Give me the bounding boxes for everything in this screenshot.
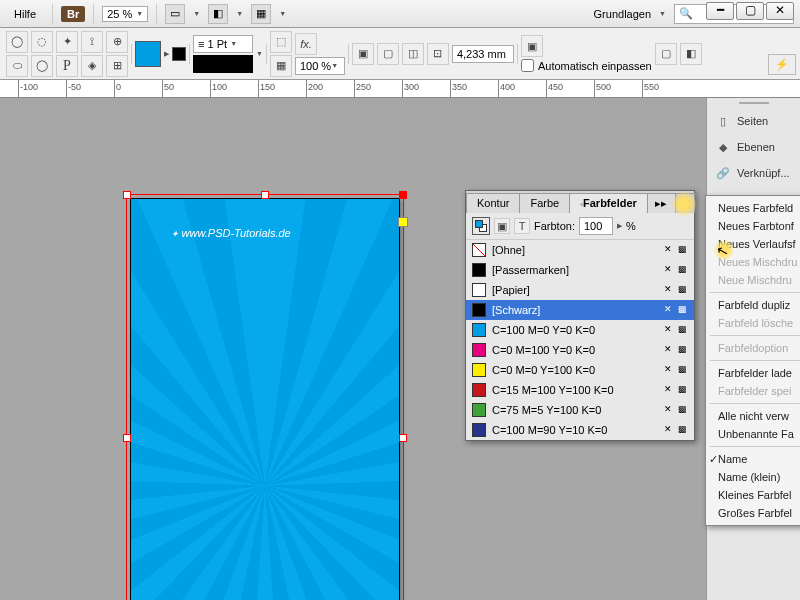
swatch-type-icon: ✕	[662, 304, 674, 316]
swatch-row[interactable]: [Papier]✕▩	[466, 280, 694, 300]
opacity-icon[interactable]: ▦	[270, 55, 292, 77]
handle-nw[interactable]	[123, 191, 131, 199]
menu-item[interactable]: Großes Farbfel	[706, 504, 800, 522]
tool-p-icon[interactable]: P	[56, 55, 78, 77]
selection-frame	[126, 194, 404, 600]
fit-icon[interactable]: ▢	[377, 43, 399, 65]
swatch-name: [Passermarken]	[492, 264, 656, 276]
dock-links[interactable]: 🔗Verknüpf...	[707, 160, 800, 186]
tool-icon[interactable]: ⊕	[106, 31, 128, 53]
menu-item[interactable]: Name (klein)	[706, 468, 800, 486]
opacity-field[interactable]: 100 %▼	[295, 57, 345, 75]
search-icon: 🔍	[679, 7, 693, 20]
fit-icon[interactable]: ◫	[402, 43, 424, 65]
swatch-row[interactable]: C=15 M=100 Y=100 K=0✕▩	[466, 380, 694, 400]
handle-n[interactable]	[261, 191, 269, 199]
tool-icon[interactable]: ⟟	[81, 31, 103, 53]
swatch-list[interactable]: [Ohne]✕▩[Passermarken]✕▩[Papier]✕▩[Schwa…	[466, 240, 694, 440]
close-button[interactable]: ✕	[766, 2, 794, 20]
zoom-value: 25 %	[107, 8, 132, 20]
fx-button[interactable]: fx.	[295, 33, 317, 55]
swatch-name: C=75 M=5 Y=100 K=0	[492, 404, 656, 416]
tool-icon[interactable]: ◈	[81, 55, 103, 77]
handle-e[interactable]	[399, 434, 407, 442]
swatch-row[interactable]: [Schwarz]✕▩	[466, 300, 694, 320]
fill-stroke-proxy[interactable]	[472, 217, 490, 235]
menu-item[interactable]: Farbfelder lade	[706, 364, 800, 382]
fit-icon[interactable]: ▣	[352, 43, 374, 65]
workspace-label[interactable]: Grundlagen	[594, 8, 652, 20]
stroke-style[interactable]	[193, 55, 253, 73]
window-controls: ━ ▢ ✕	[706, 2, 794, 20]
swatch-row[interactable]: C=100 M=90 Y=10 K=0✕▩	[466, 420, 694, 440]
swatch-type-icon: ✕	[662, 244, 674, 256]
frame-icon[interactable]: ▣	[521, 35, 543, 57]
menu-item[interactable]: Alle nicht verw	[706, 407, 800, 425]
fill-swatch[interactable]	[135, 41, 161, 67]
swatch-name: C=100 M=0 Y=0 K=0	[492, 324, 656, 336]
swatch-mode-icon: ▩	[676, 264, 688, 276]
frame-icon[interactable]: ▢	[655, 43, 677, 65]
panel-menu-button[interactable]: ▤	[675, 193, 695, 213]
autofit-label: Automatisch einpassen	[538, 60, 652, 72]
menu-item[interactable]: Unbenannte Fa	[706, 425, 800, 443]
zoom-dropdown[interactable]: 25 %▼	[102, 6, 148, 22]
panel-expand[interactable]: ▸▸	[647, 193, 676, 213]
tool-icon[interactable]: ◯	[31, 55, 53, 77]
swatch-mode-icon: ▩	[676, 384, 688, 396]
tool-icon[interactable]: ⊞	[106, 55, 128, 77]
swatch-row[interactable]: C=100 M=0 Y=0 K=0✕▩	[466, 320, 694, 340]
swatch-name: C=15 M=100 Y=100 K=0	[492, 384, 656, 396]
stroke-swatch[interactable]	[172, 47, 186, 61]
swatch-mode-icon: ▩	[676, 304, 688, 316]
maximize-button[interactable]: ▢	[736, 2, 764, 20]
swatch-name: [Ohne]	[492, 244, 656, 256]
flash-icon[interactable]: ⚡	[768, 54, 796, 75]
dock-grip[interactable]	[707, 98, 800, 108]
menu-help[interactable]: Hilfe	[6, 6, 44, 22]
menu-item[interactable]: Neues Farbtonf	[706, 217, 800, 235]
swatch-chip	[472, 343, 486, 357]
handle-w[interactable]	[123, 434, 131, 442]
view-mode-icon[interactable]: ▭	[165, 4, 185, 24]
screen-mode-icon[interactable]: ◧	[208, 4, 228, 24]
dock-pages[interactable]: ▯Seiten	[707, 108, 800, 134]
swatch-chip	[472, 403, 486, 417]
swatch-mode-icon: ▩	[676, 364, 688, 376]
autofit-checkbox[interactable]	[521, 59, 534, 72]
swatch-row[interactable]: [Ohne]✕▩	[466, 240, 694, 260]
fx-icon[interactable]: ⬚	[270, 31, 292, 53]
tool-icon[interactable]: ✦	[56, 31, 78, 53]
menu-item[interactable]: Neues Farbfeld	[706, 199, 800, 217]
tab-kontur[interactable]: Kontur	[466, 193, 520, 213]
swatch-type-icon: ✕	[662, 264, 674, 276]
tab-farbe[interactable]: Farbe	[519, 193, 570, 213]
container-icon[interactable]: ▣	[494, 218, 510, 234]
minimize-button[interactable]: ━	[706, 2, 734, 20]
measure-field[interactable]: 4,233 mm	[452, 45, 514, 63]
handle-live-corner[interactable]	[398, 217, 408, 227]
tool-icon[interactable]: ⬭	[6, 55, 28, 77]
swatch-row[interactable]: C=75 M=5 Y=100 K=0✕▩	[466, 400, 694, 420]
tab-farbfelder[interactable]: ◦Farbfelder	[569, 193, 648, 213]
stroke-weight[interactable]: ≡ 1 Pt ▼	[193, 35, 253, 53]
swatch-row[interactable]: [Passermarken]✕▩	[466, 260, 694, 280]
text-icon[interactable]: T	[514, 218, 530, 234]
frame-icon[interactable]: ◧	[680, 43, 702, 65]
menu-item[interactable]: Name	[706, 450, 800, 468]
bridge-badge[interactable]: Br	[61, 6, 85, 22]
swatch-type-icon: ✕	[662, 324, 674, 336]
dock-layers[interactable]: ◆Ebenen	[707, 134, 800, 160]
menu-item[interactable]: Kleines Farbfel	[706, 486, 800, 504]
swatch-row[interactable]: C=0 M=100 Y=0 K=0✕▩	[466, 340, 694, 360]
tool-icon[interactable]: ◯	[6, 31, 28, 53]
handle-ne[interactable]	[399, 191, 407, 199]
tint-value[interactable]: 100	[579, 217, 613, 235]
fit-icon[interactable]: ⊡	[427, 43, 449, 65]
swatch-type-icon: ✕	[662, 344, 674, 356]
swatch-row[interactable]: C=0 M=0 Y=100 K=0✕▩	[466, 360, 694, 380]
menu-item[interactable]: Farbfeld dupliz	[706, 296, 800, 314]
tool-icon[interactable]: ◌	[31, 31, 53, 53]
arrange-icon[interactable]: ▦	[251, 4, 271, 24]
swatches-panel: Kontur Farbe ◦Farbfelder ▸▸ ▤ ▣ T Farbto…	[465, 190, 695, 441]
